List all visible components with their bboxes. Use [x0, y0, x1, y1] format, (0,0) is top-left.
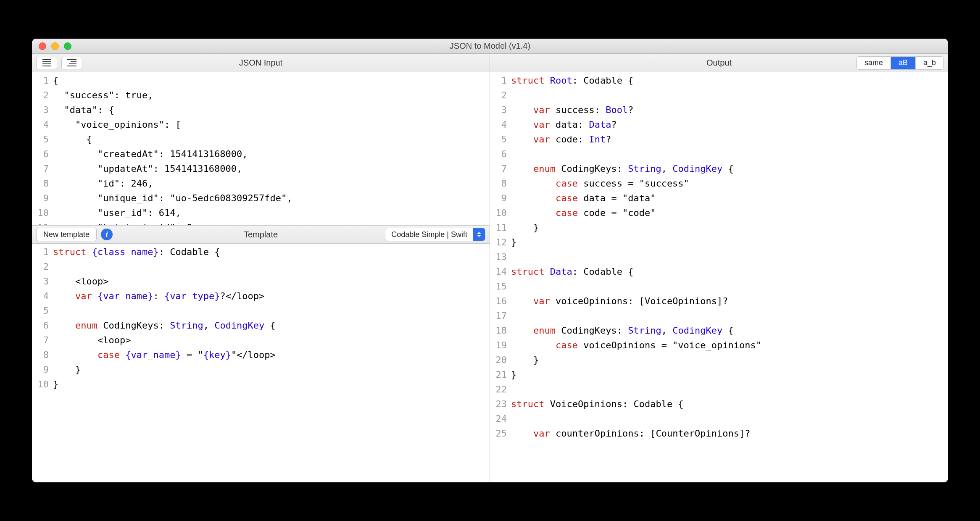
template-line: 9 } — [32, 362, 490, 377]
output-line: 3 var success: Bool? — [490, 103, 948, 117]
code-content: "createdAt": 1541413168000, — [53, 147, 490, 161]
line-number: 11 — [32, 220, 53, 225]
info-icon[interactable]: i — [101, 229, 113, 240]
output-line: 22 — [490, 382, 948, 397]
output-line: 12} — [490, 235, 948, 250]
output-line: 20 } — [490, 353, 948, 367]
code-content: "data": { — [53, 103, 490, 117]
code-content: case success = "success" — [511, 176, 948, 191]
code-content — [511, 88, 948, 103]
code-content: case code = "code" — [511, 205, 948, 220]
code-content: "hot_topic_id": 8, — [53, 220, 490, 225]
code-content: var code: Int? — [511, 132, 948, 147]
select-stepper-icon — [473, 228, 485, 241]
input-section-title: JSON Input — [32, 58, 490, 68]
line-number: 25 — [490, 426, 511, 441]
format-indent-button[interactable] — [61, 57, 82, 69]
code-content: } — [53, 362, 490, 377]
seg-snakecase[interactable]: a_b — [916, 57, 943, 69]
template-line: 3 <loop> — [32, 274, 490, 289]
template-select[interactable]: Codable Simple | Swift — [385, 228, 485, 241]
line-number: 3 — [32, 274, 53, 289]
output-line: 1struct Root: Codable { — [490, 73, 948, 88]
output-editor[interactable]: 1struct Root: Codable {23 var success: B… — [490, 72, 948, 482]
line-number: 16 — [490, 294, 511, 308]
input-line: 4 "voice_opinions": [ — [32, 117, 490, 132]
code-content — [511, 411, 948, 426]
input-line: 10 "user_id": 614, — [32, 205, 490, 220]
format-justify-button[interactable] — [36, 57, 57, 69]
output-line: 19 case voiceOpinions = "voice_opinions" — [490, 338, 948, 353]
output-line: 10 case code = "code" — [490, 205, 948, 220]
window-title: JSON to Model (v1.4) — [32, 41, 948, 51]
line-number: 8 — [490, 176, 511, 191]
naming-segmented-control: same aB a_b — [856, 56, 944, 70]
output-line: 16 var voiceOpinions: [VoiceOpinions]? — [490, 294, 948, 308]
line-number: 4 — [32, 117, 53, 132]
code-content: struct Root: Codable { — [511, 73, 948, 88]
template-editor[interactable]: 1struct {class_name}: Codable {23 <loop>… — [32, 244, 490, 482]
line-number: 5 — [490, 132, 511, 147]
json-input-editor[interactable]: 1{2 "success": true,3 "data": {4 "voice_… — [32, 72, 490, 225]
template-line: 7 <loop> — [32, 333, 490, 347]
code-content — [53, 303, 490, 318]
code-content — [511, 147, 948, 161]
line-number: 4 — [490, 117, 511, 132]
line-number: 9 — [490, 191, 511, 205]
line-number: 9 — [32, 191, 53, 205]
new-template-button[interactable]: New template — [36, 228, 97, 241]
code-content: var success: Bool? — [511, 103, 948, 117]
line-number: 9 — [32, 362, 53, 377]
line-number: 7 — [490, 161, 511, 176]
code-content: enum CodingKeys: String, CodingKey { — [53, 318, 490, 333]
code-content: case {var_name} = "{key}"</loop> — [53, 347, 490, 362]
line-number: 14 — [490, 264, 511, 279]
line-number: 8 — [32, 176, 53, 191]
line-number: 6 — [32, 318, 53, 333]
line-number: 7 — [32, 161, 53, 176]
line-number: 1 — [490, 73, 511, 88]
output-toolbar: Output same aB a_b — [490, 54, 948, 72]
line-number: 15 — [490, 279, 511, 294]
output-line: 5 var code: Int? — [490, 132, 948, 147]
code-content: "success": true, — [53, 88, 490, 103]
line-number: 5 — [32, 132, 53, 147]
code-content: "voice_opinions": [ — [53, 117, 490, 132]
line-number: 21 — [490, 367, 511, 382]
line-number: 3 — [490, 103, 511, 117]
template-line: 6 enum CodingKeys: String, CodingKey { — [32, 318, 490, 333]
input-line: 3 "data": { — [32, 103, 490, 117]
line-number: 3 — [32, 103, 53, 117]
input-line: 2 "success": true, — [32, 88, 490, 103]
output-line: 25 var counterOpinions: [CounterOpinions… — [490, 426, 948, 441]
line-number: 17 — [490, 308, 511, 323]
justify-icon — [42, 59, 51, 66]
line-number: 6 — [32, 147, 53, 161]
line-number: 1 — [32, 73, 53, 88]
seg-same[interactable]: same — [857, 57, 891, 69]
seg-camelcase[interactable]: aB — [891, 57, 916, 69]
line-number: 20 — [490, 353, 511, 367]
code-content: enum CodingKeys: String, CodingKey { — [511, 323, 948, 338]
line-number: 6 — [490, 147, 511, 161]
code-content: "id": 246, — [53, 176, 490, 191]
code-content: "user_id": 614, — [53, 205, 490, 220]
input-line: 9 "unique_id": "uo-5edc608309257fde", — [32, 191, 490, 205]
template-toolbar: New template i Template Codable Simple |… — [32, 225, 490, 244]
input-toolbar: JSON Input — [32, 54, 490, 72]
code-content: } — [511, 235, 948, 250]
output-line: 18 enum CodingKeys: String, CodingKey { — [490, 323, 948, 338]
code-content: "unique_id": "uo-5edc608309257fde", — [53, 191, 490, 205]
template-line: 2 — [32, 259, 490, 274]
app-window: JSON to Model (v1.4) JSO — [32, 39, 948, 482]
line-number: 2 — [32, 88, 53, 103]
code-content — [511, 382, 948, 397]
line-number: 2 — [32, 259, 53, 274]
line-number: 10 — [32, 205, 53, 220]
code-content — [511, 250, 948, 264]
line-number: 22 — [490, 382, 511, 397]
line-number: 10 — [32, 377, 53, 392]
input-line: 7 "updateAt": 1541413168000, — [32, 161, 490, 176]
code-content — [511, 279, 948, 294]
code-content: struct VoiceOpinions: Codable { — [511, 397, 948, 411]
